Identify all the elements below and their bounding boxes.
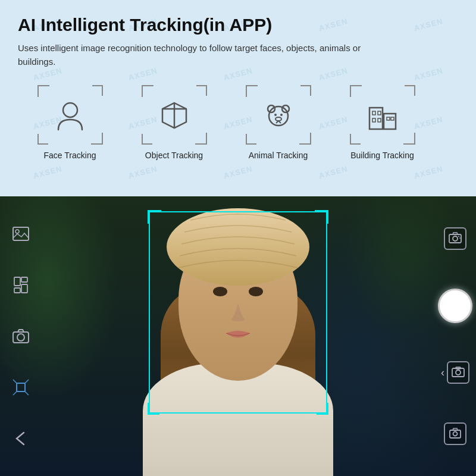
chevron-left-icon[interactable]: ‹	[441, 367, 444, 379]
svg-line-35	[25, 392, 29, 395]
svg-point-23	[15, 230, 19, 233]
svg-point-42	[453, 431, 458, 436]
camera-small-icon[interactable]	[447, 361, 469, 384]
svg-rect-18	[387, 117, 390, 120]
shutter-button[interactable]	[438, 289, 472, 323]
camera-bottom-icon[interactable]	[444, 422, 466, 445]
tracking-item-face: Face Tracking	[18, 85, 122, 160]
svg-rect-22	[13, 227, 29, 240]
building-tracking-label: Building Tracking	[350, 151, 414, 160]
object-icon	[156, 97, 192, 133]
svg-rect-26	[14, 288, 20, 293]
tracking-item-object: Object Tracking	[122, 85, 226, 160]
object-icon-box	[142, 85, 207, 145]
page-subtitle: Uses intelligent image recognition techn…	[18, 42, 387, 68]
face-icon-box	[37, 85, 103, 145]
svg-line-32	[13, 380, 17, 383]
top-section: AXSENAXSENAXSENAXSENAXSEN AXSENAXSENAXSE…	[0, 0, 476, 196]
svg-rect-13	[384, 114, 396, 129]
image-icon[interactable]	[10, 223, 32, 245]
settings-icon[interactable]	[10, 274, 32, 296]
camera-icon[interactable]	[10, 325, 32, 347]
svg-rect-27	[21, 277, 27, 282]
animal-icon	[261, 97, 296, 133]
page-title: AI Intelligent Tracking(in APP)	[18, 14, 458, 36]
svg-point-30	[17, 334, 24, 341]
animal-icon-box	[246, 85, 311, 145]
svg-line-33	[25, 380, 29, 383]
building-icon	[365, 97, 400, 133]
face-icon	[52, 97, 88, 133]
svg-line-11	[278, 121, 281, 123]
face-tracking-box	[149, 211, 327, 414]
track-corner-bl	[148, 403, 159, 415]
svg-point-4	[269, 107, 288, 126]
image-icon-svg	[12, 225, 30, 243]
top-content: AI Intelligent Tracking(in APP) Uses int…	[18, 14, 458, 160]
svg-rect-31	[17, 383, 25, 392]
svg-rect-38	[452, 368, 464, 377]
right-sidebar: ‹	[434, 196, 476, 476]
svg-rect-14	[372, 111, 375, 115]
focus-icon[interactable]	[10, 377, 32, 398]
camera-switch-top-icon[interactable]	[444, 227, 466, 250]
animal-tracking-label: Animal Tracking	[249, 151, 308, 160]
svg-point-39	[456, 370, 461, 375]
tracking-item-building: Building Tracking	[330, 85, 434, 160]
camera-switch-svg	[448, 231, 462, 246]
back-icon-svg	[12, 430, 30, 447]
chevron-cam-group: ‹	[441, 361, 469, 384]
tracking-item-animal: Animal Tracking	[226, 85, 330, 160]
svg-rect-15	[378, 111, 381, 115]
face-tracking-label: Face Tracking	[44, 151, 96, 160]
camera-section: ‹	[0, 196, 476, 476]
svg-line-34	[13, 392, 17, 395]
building-icon-box	[350, 85, 415, 145]
object-tracking-label: Object Tracking	[145, 151, 203, 160]
camera-small-svg	[452, 366, 465, 379]
back-icon[interactable]	[10, 428, 32, 449]
left-sidebar	[0, 196, 42, 476]
svg-point-9	[275, 117, 281, 121]
svg-rect-25	[14, 277, 20, 286]
svg-point-8	[280, 114, 283, 116]
svg-rect-19	[391, 117, 394, 120]
svg-rect-16	[372, 118, 375, 122]
svg-point-0	[63, 103, 77, 117]
settings-icon-svg	[12, 276, 30, 294]
svg-point-37	[453, 236, 458, 241]
tracking-icons-row: Face Tracking Object Tracking	[18, 85, 458, 160]
svg-rect-28	[21, 284, 27, 293]
track-corner-br	[317, 403, 328, 415]
svg-rect-17	[378, 118, 381, 122]
camera-bottom-svg	[449, 427, 462, 440]
camera-icon-svg	[12, 327, 30, 345]
focus-icon-svg	[12, 378, 30, 396]
svg-point-7	[274, 114, 277, 116]
